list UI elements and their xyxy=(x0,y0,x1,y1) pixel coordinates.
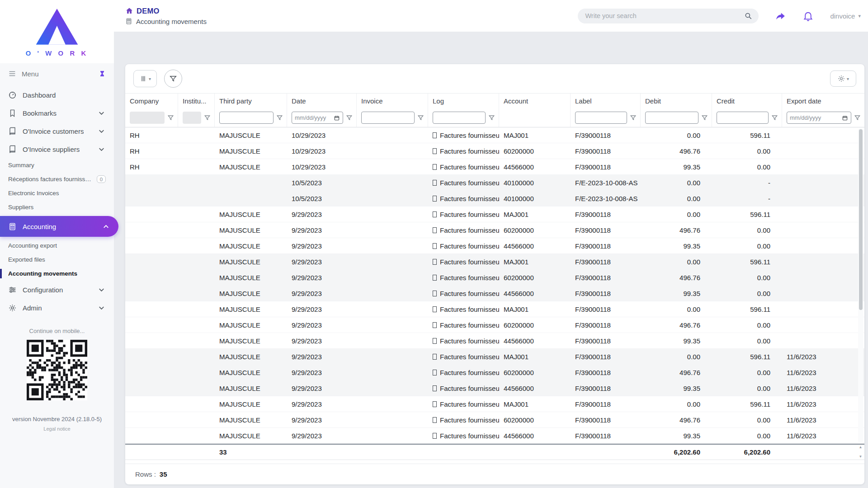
log-label: Factures fournisseurs xyxy=(440,131,499,139)
total-credit: 6,202.60 xyxy=(712,445,782,460)
table-row[interactable]: 10/5/2023Factures fournisseurs40100000F/… xyxy=(125,175,864,191)
filter-input-label[interactable] xyxy=(575,112,627,124)
sliders-icon xyxy=(8,286,17,294)
legal-notice-link[interactable]: Legal notice xyxy=(0,426,114,432)
chevron-down-icon xyxy=(97,304,106,312)
log-type-icon xyxy=(433,243,437,249)
log-type-icon xyxy=(433,306,437,312)
table-row[interactable]: MAJUSCULE9/29/2023Factures fournisseursM… xyxy=(125,349,864,365)
table-row[interactable]: MAJUSCULE9/29/2023Factures fournisseursM… xyxy=(125,254,864,270)
cell-date: 9/29/2023 xyxy=(287,222,357,238)
cell-label: F/39000118 xyxy=(571,380,641,396)
table-row[interactable]: MAJUSCULE9/29/2023Factures fournisseurs6… xyxy=(125,317,864,333)
scrollbar-thumb[interactable] xyxy=(859,129,863,310)
search-icon[interactable] xyxy=(744,12,752,20)
column-header-company[interactable]: Company xyxy=(125,94,178,108)
column-header-account[interactable]: Account xyxy=(499,94,571,108)
cell-date: 9/29/2023 xyxy=(287,380,357,396)
cell-invoice xyxy=(357,428,428,443)
table-row[interactable]: MAJUSCULE9/29/2023Factures fournisseurs4… xyxy=(125,238,864,254)
sidebar-subitem-electronic-invoices[interactable]: Electronic Invoices xyxy=(0,186,114,200)
filter-input-debit[interactable] xyxy=(645,112,698,124)
cell-invoice xyxy=(357,222,428,238)
hourglass-pin-icon[interactable] xyxy=(99,70,106,77)
column-header-invoice[interactable]: Invoice xyxy=(357,94,428,108)
settings-button[interactable]: ▾ xyxy=(830,70,856,87)
table-row[interactable]: MAJUSCULE9/29/2023Factures fournisseursM… xyxy=(125,396,864,412)
filter-cell-date: mm/dd/yyyy xyxy=(287,108,357,127)
column-header-institution[interactable]: Institu... xyxy=(178,94,215,108)
cell-account: 44566000 xyxy=(499,428,571,443)
cell-invoice xyxy=(357,175,428,190)
filter-date-date[interactable]: mm/dd/yyyy xyxy=(292,112,343,124)
cell-label: F/39000118 xyxy=(571,428,641,443)
column-chooser-button[interactable]: ▾ xyxy=(133,70,157,87)
funnel-icon xyxy=(204,114,211,121)
column-header-third_party[interactable]: Third party xyxy=(215,94,287,108)
sidebar-subitem-suppliers[interactable]: Suppliers xyxy=(0,200,114,214)
cell-institution xyxy=(178,412,215,427)
sidebar-subitem-accounting-export[interactable]: Accounting export xyxy=(0,239,114,253)
column-header-credit[interactable]: Credit xyxy=(712,94,782,108)
total-company xyxy=(125,445,178,460)
sidebar-item-dashboard[interactable]: Dashboard xyxy=(0,86,114,104)
cell-account: 40100000 xyxy=(499,191,571,206)
filter-button[interactable] xyxy=(164,70,182,88)
sidebar-subitem-accounting-movements[interactable]: Accounting movements xyxy=(0,267,114,281)
filter-date-export_date[interactable]: mm/dd/yyyy xyxy=(787,112,851,124)
column-header-label: Invoice xyxy=(361,97,383,105)
menu-toggle[interactable]: Menu xyxy=(0,63,114,84)
sidebar-subitem-exported-files[interactable]: Exported files xyxy=(0,253,114,267)
sidebar-subitem-summary[interactable]: Summary xyxy=(0,158,114,172)
table-row[interactable]: RHMAJUSCULE10/29/2023Factures fournisseu… xyxy=(125,143,864,159)
column-header-label[interactable]: Label xyxy=(571,94,641,108)
table-row[interactable]: MAJUSCULE9/29/2023Factures fournisseurs6… xyxy=(125,365,864,380)
cell-credit: 596.11 xyxy=(712,301,782,317)
table-row[interactable]: RHMAJUSCULE10/29/2023Factures fournisseu… xyxy=(125,159,864,175)
table-row[interactable]: MAJUSCULE9/29/2023Factures fournisseurs6… xyxy=(125,222,864,238)
column-header-log[interactable]: Log xyxy=(428,94,499,108)
column-header-debit[interactable]: Debit xyxy=(641,94,712,108)
filter-input-credit[interactable] xyxy=(717,112,769,124)
filter-input-company xyxy=(130,112,165,124)
scroll-down-button[interactable]: ▼ xyxy=(859,455,863,459)
sidebar-item-admin[interactable]: Admin xyxy=(0,299,114,317)
table-row[interactable]: MAJUSCULE9/29/2023Factures fournisseurs4… xyxy=(125,428,864,444)
scroll-up-button[interactable]: ▲ xyxy=(859,445,863,449)
sidebar-item-oinvoice-suppliers[interactable]: O'Invoice suppliers xyxy=(0,140,114,158)
column-header-date[interactable]: Date xyxy=(287,94,357,108)
share-icon[interactable] xyxy=(775,10,786,22)
total-date xyxy=(287,445,357,460)
table-row[interactable]: MAJUSCULE9/29/2023Factures fournisseurs6… xyxy=(125,412,864,428)
sidebar-item-configuration[interactable]: Configuration xyxy=(0,281,114,299)
cell-account: MAJ001 xyxy=(499,396,571,412)
table-row[interactable]: MAJUSCULE9/29/2023Factures fournisseurs6… xyxy=(125,270,864,286)
vertical-scrollbar[interactable] xyxy=(858,128,863,443)
table-row[interactable]: 10/5/2023Factures fournisseurs40100000F/… xyxy=(125,191,864,206)
sidebar-item-bookmarks[interactable]: Bookmarks xyxy=(0,104,114,122)
cell-account: 44566000 xyxy=(499,380,571,396)
table-row[interactable]: MAJUSCULE9/29/2023Factures fournisseursM… xyxy=(125,301,864,317)
table-row[interactable]: MAJUSCULE9/29/2023Factures fournisseurs4… xyxy=(125,333,864,349)
column-header-export_date[interactable]: Export date xyxy=(782,94,864,108)
cell-company xyxy=(125,380,178,396)
filter-input-invoice[interactable] xyxy=(361,112,415,124)
table-row[interactable]: MAJUSCULE9/29/2023Factures fournisseursM… xyxy=(125,206,864,222)
log-type-icon xyxy=(433,291,437,296)
table-row[interactable]: MAJUSCULE9/29/2023Factures fournisseurs4… xyxy=(125,380,864,396)
filter-input-third_party[interactable] xyxy=(219,112,274,124)
cell-debit: 496.76 xyxy=(641,412,712,427)
notifications-bell-icon[interactable] xyxy=(802,10,814,22)
search-input[interactable] xyxy=(584,12,744,20)
user-menu[interactable]: dinvoice ▾ xyxy=(830,12,861,20)
breadcrumb-app[interactable]: DEMO xyxy=(125,7,207,15)
cell-export_date xyxy=(782,254,864,269)
cell-company xyxy=(125,238,178,253)
sidebar-subitem-receptions-factures-fournisseurs[interactable]: Réceptions factures fournisseurs0 xyxy=(0,172,114,186)
filter-input-log[interactable] xyxy=(433,112,486,124)
table-row[interactable]: RHMAJUSCULE10/29/2023Factures fournisseu… xyxy=(125,127,864,143)
sidebar-item-accounting[interactable]: Accounting xyxy=(0,216,118,237)
sidebar-item-oinvoice-customers[interactable]: O'Invoice customers xyxy=(0,122,114,140)
table-row[interactable]: MAJUSCULE9/29/2023Factures fournisseurs4… xyxy=(125,286,864,301)
cell-log: Factures fournisseurs xyxy=(428,159,499,174)
